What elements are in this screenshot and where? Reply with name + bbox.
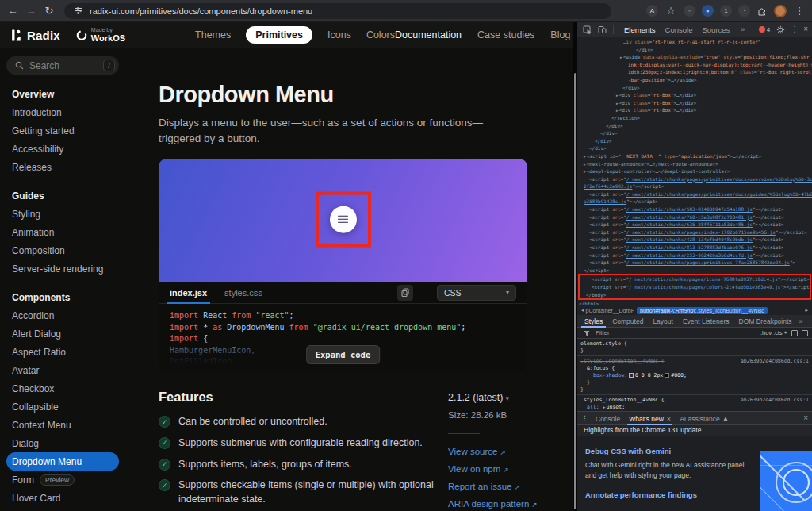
more-styles-tabs-icon[interactable]: » bbox=[797, 317, 806, 325]
breadcrumb-current[interactable]: button#radix-\:Rm9n6\:.styles_IconButton… bbox=[637, 307, 768, 314]
close-tab-icon[interactable]: × bbox=[667, 415, 671, 423]
styles-tab-styles[interactable]: Styles bbox=[580, 315, 607, 328]
dom-tree-line[interactable]: </section> bbox=[577, 114, 812, 122]
sidebar-item-context-menu[interactable]: Context Menu bbox=[6, 416, 119, 434]
language-select[interactable]: CSS ▾ bbox=[437, 285, 516, 301]
nav-themes[interactable]: Themes bbox=[195, 29, 231, 40]
code-tab-index-jsx[interactable]: index.jsx bbox=[170, 282, 207, 304]
dom-tree-line[interactable]: </div> bbox=[577, 129, 812, 137]
dom-tree-line[interactable]: <script src="/_next/static/chunks/pages/… bbox=[577, 229, 812, 236]
tune-icon[interactable] bbox=[73, 6, 84, 15]
dom-tree-line[interactable]: ▶<div class="rt-Box">…</div> bbox=[577, 91, 812, 99]
address-bar[interactable]: radix-ui.com/primitives/docs/components/… bbox=[64, 3, 611, 19]
sidebar-item-hover-card[interactable]: Hover Card bbox=[6, 489, 119, 507]
extension-badge-icon[interactable]: 1 bbox=[720, 5, 732, 17]
dom-tree-line[interactable]: idth:250px;z-index:1;right:0;bottom:0" c… bbox=[577, 68, 812, 76]
filter-placeholder[interactable]: Filter bbox=[596, 329, 610, 336]
version-select[interactable]: 2.1.2 (latest)▾ bbox=[448, 392, 527, 403]
drawer-tab-what-s-new[interactable]: What's new× bbox=[627, 412, 672, 425]
dom-tree-line[interactable]: </div> bbox=[577, 84, 812, 92]
dom-tree-line[interactable]: ▶<deepl-input-controller>…</deepl-input-… bbox=[577, 167, 812, 175]
dom-tree-line[interactable]: </body> bbox=[580, 291, 810, 299]
sidebar-item-alert-dialog[interactable]: Alert Dialog bbox=[6, 325, 119, 343]
computed-grid-icon[interactable] bbox=[791, 330, 798, 336]
nav-case-studies[interactable]: Case studies bbox=[477, 29, 534, 40]
dom-tree-line[interactable]: <script src="/_next/static/chunks/pages/… bbox=[580, 283, 810, 291]
page-scrollbar[interactable] bbox=[574, 73, 576, 509]
devtools-tab-console[interactable]: Console bbox=[661, 22, 698, 36]
element-style-rule[interactable]: element.style { } bbox=[577, 339, 812, 356]
dom-tree-line[interactable]: ▶<div class="rt-Box">…</div> bbox=[577, 106, 812, 114]
dom-tree-line[interactable]: <script src="/_next/static/chunks/583-81… bbox=[577, 206, 812, 213]
extensions-puzzle-icon[interactable] bbox=[756, 6, 768, 16]
dom-tree-line[interactable]: <script src="/_next/static/chunks/pages/… bbox=[577, 190, 812, 198]
dom-tree-line[interactable]: 2f2ef644c2e982.js"></script> bbox=[577, 182, 812, 190]
crumb-scroll-right-icon[interactable]: ▸ bbox=[803, 307, 810, 313]
dom-tree-line[interactable]: <script src="/_next/static/chunks/pages/… bbox=[580, 275, 810, 283]
crumb-scroll-left-icon[interactable]: ◂ bbox=[580, 307, 586, 313]
focus-style-rule[interactable]: ab2639b2e4c086ed.css:1 .styles_IconButto… bbox=[577, 356, 812, 395]
devtools-tab-elements[interactable]: Elements bbox=[619, 22, 661, 36]
dom-tree-line[interactable]: </div> bbox=[577, 46, 812, 54]
sidebar-item-getting-started[interactable]: Getting started bbox=[6, 121, 119, 140]
dom-tree-line[interactable]: <script src="/_next/static/chunks/428-13… bbox=[577, 236, 812, 244]
link-view-on-npm[interactable]: View on npm↗ bbox=[448, 464, 527, 474]
copy-code-button[interactable] bbox=[397, 285, 413, 301]
sidebar-item-introduction[interactable]: Introduction bbox=[6, 103, 119, 121]
dom-tree-line[interactable]: ▶<next-route-announcer>…</next-route-ann… bbox=[577, 160, 812, 168]
sidebar-item-releases[interactable]: Releases bbox=[6, 158, 119, 176]
dom-tree-line[interactable]: ▶<div class="rt-Box">…</div> bbox=[577, 99, 812, 107]
drawer-tab-console[interactable]: Console bbox=[594, 412, 622, 425]
dom-tree-line[interactable]: ink:0;display:var(--quick-nav-display);t… bbox=[577, 61, 812, 69]
devtools-tab-sources[interactable]: Sources bbox=[697, 22, 734, 36]
drawer-tab-ai-assistance[interactable]: AI assistance bbox=[678, 412, 730, 425]
radix-logo-icon[interactable] bbox=[11, 29, 22, 41]
dom-tree-line[interactable]: <script src="/_next/static/chunks/760-c5… bbox=[577, 213, 812, 221]
devtools-menu-icon[interactable]: ⋮ bbox=[791, 25, 799, 33]
dom-tree-line[interactable]: a3588b91438c.js"></script> bbox=[577, 198, 812, 206]
reload-icon[interactable]: ↻ bbox=[43, 6, 56, 16]
sidebar-item-form[interactable]: FormPreview bbox=[6, 471, 119, 489]
devtools-close-icon[interactable]: × bbox=[803, 25, 808, 33]
sidebar-item-accordion[interactable]: Accordion bbox=[6, 306, 119, 325]
back-icon[interactable]: ← bbox=[6, 6, 19, 16]
dom-tree-line[interactable]: <script src="/_next/static/chunks/pages/… bbox=[577, 175, 812, 183]
dom-tree-line[interactable]: </div> bbox=[577, 137, 812, 145]
dom-tree-line[interactable]: ▶<aside data-algolia-exclude="true" styl… bbox=[577, 53, 812, 61]
dom-tree-line[interactable]: <script src="/_next/static/chunks/635-28… bbox=[577, 221, 812, 229]
extension-icon-3[interactable]: · bbox=[738, 5, 750, 17]
nav-colors[interactable]: Colors bbox=[366, 29, 395, 40]
dom-tree-line[interactable]: </script> bbox=[577, 267, 812, 275]
browser-menu-icon[interactable]: ⋮ bbox=[793, 6, 806, 16]
color-swatch-icon[interactable] bbox=[665, 373, 669, 378]
device-toolbar-icon[interactable] bbox=[596, 25, 607, 34]
styles-tab-computed[interactable]: Computed bbox=[607, 315, 648, 328]
profile-avatar[interactable] bbox=[774, 5, 787, 17]
inspect-element-icon[interactable] bbox=[581, 25, 592, 34]
nav-blog[interactable]: Blog bbox=[550, 29, 570, 40]
sidebar-item-avatar[interactable]: Avatar bbox=[6, 361, 119, 379]
stylesheet-link[interactable]: ab2639b2e4c086ed.css:1 bbox=[741, 358, 809, 365]
sidebar-item-composition[interactable]: Composition bbox=[6, 241, 119, 259]
sidebar-item-checkbox[interactable]: Checkbox bbox=[6, 379, 119, 398]
dom-tree-line[interactable]: </div> bbox=[577, 122, 812, 130]
dom-tree-line[interactable]: …iv class="rt-Flex rt-r-ai-start rt-r-jc… bbox=[577, 38, 812, 46]
sidebar-item-accessibility[interactable]: Accessibility bbox=[6, 140, 119, 158]
bookmark-star-icon[interactable]: ☆ bbox=[665, 6, 677, 16]
stylesheet-link[interactable]: ab2639b2e4c086ed.css:1 bbox=[741, 397, 809, 404]
more-tabs-icon[interactable]: » bbox=[738, 25, 747, 33]
forward-icon[interactable]: → bbox=[25, 6, 37, 16]
sidebar-item-label[interactable]: Label bbox=[6, 507, 119, 511]
settings-gear-icon[interactable] bbox=[775, 25, 786, 34]
link-aria-design-pattern[interactable]: ARIA design pattern↗ bbox=[448, 499, 527, 509]
issues-badge[interactable]: 4 bbox=[759, 26, 770, 33]
sidebar-item-collapsible[interactable]: Collapsible bbox=[6, 398, 119, 416]
expand-code-button[interactable]: Expand code bbox=[306, 345, 381, 365]
breadcrumb-prev[interactable]: pContainer__DdrbF bbox=[586, 308, 634, 313]
link-view-source[interactable]: View source↗ bbox=[448, 447, 527, 456]
styles-tab-dom-breakpoints[interactable]: DOM Breakpoints bbox=[734, 315, 797, 328]
nav-primitives[interactable]: Primitives bbox=[246, 26, 312, 44]
link-report-an-issue[interactable]: Report an issue↗ bbox=[448, 482, 527, 491]
dom-tree-line[interactable]: <script src="/_next/static/chunks/813-52… bbox=[577, 244, 812, 252]
radix-logo-text[interactable]: Radix bbox=[27, 29, 60, 42]
